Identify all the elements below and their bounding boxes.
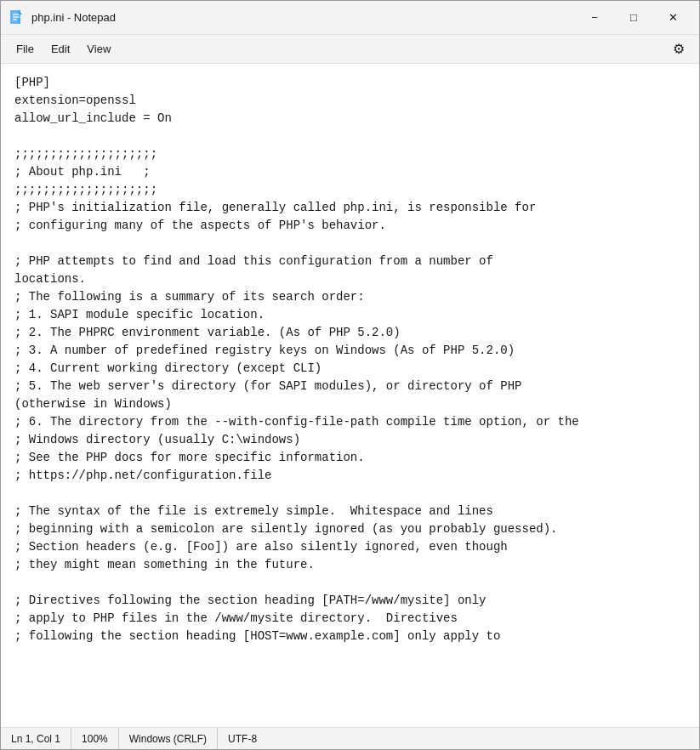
menu-edit[interactable]: Edit — [43, 39, 78, 59]
maximize-button[interactable]: □ — [614, 4, 653, 31]
editor-area[interactable]: [PHP] extension=openssl allow_url_includ… — [1, 64, 699, 727]
window-title: php.ini - Notepad — [31, 11, 575, 24]
minimize-button[interactable]: − — [575, 4, 614, 31]
editor-content[interactable]: [PHP] extension=openssl allow_url_includ… — [14, 74, 686, 645]
zoom-level: 100% — [71, 728, 119, 749]
app-icon — [8, 9, 25, 26]
settings-icon[interactable]: ⚙ — [665, 36, 692, 63]
line-ending: Windows (CRLF) — [119, 728, 218, 749]
cursor-position: Ln 1, Col 1 — [11, 728, 71, 749]
menu-view[interactable]: View — [78, 39, 119, 59]
window-controls: − □ ✕ — [575, 4, 692, 31]
encoding: UTF-8 — [218, 728, 267, 749]
title-bar: php.ini - Notepad − □ ✕ — [1, 1, 699, 35]
menu-bar: File Edit View ⚙ — [1, 35, 699, 64]
menu-file[interactable]: File — [8, 39, 43, 59]
status-bar: Ln 1, Col 1 100% Windows (CRLF) UTF-8 — [1, 727, 699, 749]
notepad-window: php.ini - Notepad − □ ✕ File Edit View ⚙… — [0, 0, 700, 750]
close-button[interactable]: ✕ — [653, 4, 692, 31]
